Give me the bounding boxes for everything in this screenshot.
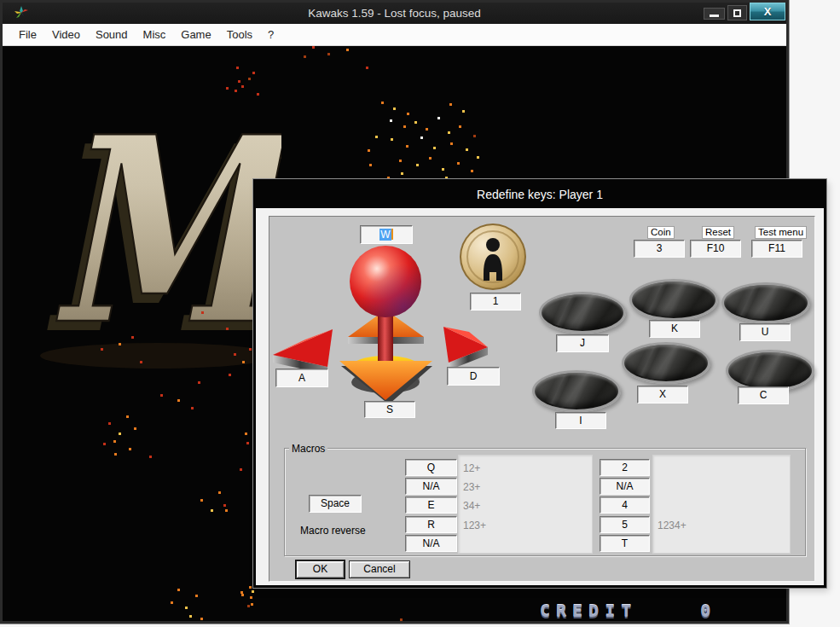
action-button-6-image [726, 350, 814, 392]
macro-key-6-field[interactable]: 2 [600, 459, 650, 476]
key-right-field[interactable]: D [447, 367, 500, 386]
menu-tools[interactable]: Tools [219, 24, 260, 46]
action-key-2-field[interactable]: K [649, 320, 700, 338]
macro-key-4-field[interactable]: R [405, 516, 457, 533]
svg-text:M: M [48, 127, 281, 381]
maximize-icon [733, 9, 741, 17]
test-menu-key-field[interactable]: F11 [751, 240, 802, 258]
macros-group-label: Macros [289, 443, 327, 455]
action-button-2-image [629, 279, 718, 321]
cancel-button[interactable]: Cancel [349, 560, 410, 578]
macro-reverse-key-field[interactable]: Space [309, 495, 362, 513]
credit-display: CREDIT 0 [540, 601, 716, 621]
test-menu-label: Test menu [755, 226, 807, 239]
screen: Kawaks 1.59 - Lost focus, paused X File … [0, 0, 840, 627]
action-button-3-image [721, 282, 810, 323]
ok-button[interactable]: OK [296, 560, 345, 578]
menu-file[interactable]: File [11, 24, 44, 46]
macro-combo-4: 123+ [463, 517, 486, 534]
macro-key-10-field[interactable]: T [600, 535, 650, 552]
macro-combo-2: 23+ [463, 479, 480, 496]
kawaks-app-icon [14, 6, 28, 20]
menu-bar: File Video Sound Misc Game Tools ? [3, 24, 786, 46]
macro-combo-1: 12+ [463, 460, 480, 477]
text-caret [391, 229, 393, 240]
coin-label: Coin [647, 226, 675, 239]
action-key-4-field[interactable]: I [555, 412, 606, 429]
credit-label: CREDIT [540, 601, 637, 621]
action-key-5-field[interactable]: X [637, 386, 688, 403]
redefine-keys-dialog: Redefine keys: Player 1 W [253, 179, 826, 588]
close-button[interactable]: X [750, 3, 785, 20]
macro-key-1-field[interactable]: Q [405, 459, 457, 476]
coin-key-field[interactable]: 3 [634, 240, 685, 258]
menu-help[interactable]: ? [260, 24, 281, 46]
minimize-button[interactable] [704, 8, 725, 20]
menu-video[interactable]: Video [44, 24, 88, 46]
macro-key-2-field[interactable]: N/A [405, 478, 457, 495]
action-key-6-field[interactable]: C [738, 386, 789, 404]
key-down-field[interactable]: S [364, 401, 415, 418]
action-button-5-image [622, 342, 710, 384]
reset-key-field[interactable]: F10 [690, 240, 741, 258]
action-key-3-field[interactable]: U [739, 323, 791, 341]
start-button-image [459, 223, 527, 291]
menu-misc[interactable]: Misc [136, 24, 174, 46]
macro-reverse-label: Macro reverse [300, 525, 366, 537]
start-key-field[interactable]: 1 [470, 293, 521, 311]
menu-game[interactable]: Game [173, 24, 218, 46]
action-button-1-image [539, 292, 626, 334]
close-icon: X [764, 5, 772, 18]
macro-key-3-field[interactable]: E [405, 496, 457, 514]
key-left-field[interactable]: A [275, 369, 328, 387]
macro-combo-5: 1234+ [658, 517, 686, 534]
window-titlebar[interactable]: Kawaks 1.59 - Lost focus, paused X [3, 3, 786, 24]
menu-sound[interactable]: Sound [88, 24, 136, 46]
maximize-button[interactable] [727, 5, 747, 20]
reset-label: Reset [702, 226, 734, 239]
macro-key-9-field[interactable]: 5 [600, 516, 650, 533]
joystick-image [337, 241, 439, 405]
minimize-icon [710, 15, 719, 17]
game-logo-letter: M M [38, 127, 281, 383]
dialog-titlebar[interactable]: Redefine keys: Player 1 [253, 179, 826, 208]
credit-value: 0 [700, 601, 716, 621]
action-key-1-field[interactable]: J [556, 334, 609, 352]
window-title: Kawaks 1.59 - Lost focus, paused [3, 7, 786, 20]
action-button-4-image [532, 370, 621, 412]
macro-combo-panel-right: 1234+ [652, 455, 791, 554]
macro-combo-3: 34+ [463, 497, 480, 514]
macro-combo-panel-left: 12+ 23+ 34+ 123+ [458, 455, 593, 554]
macro-key-5-field[interactable]: N/A [405, 535, 457, 552]
macro-key-7-field[interactable]: N/A [600, 478, 650, 495]
macro-key-8-field[interactable]: 4 [600, 496, 650, 514]
